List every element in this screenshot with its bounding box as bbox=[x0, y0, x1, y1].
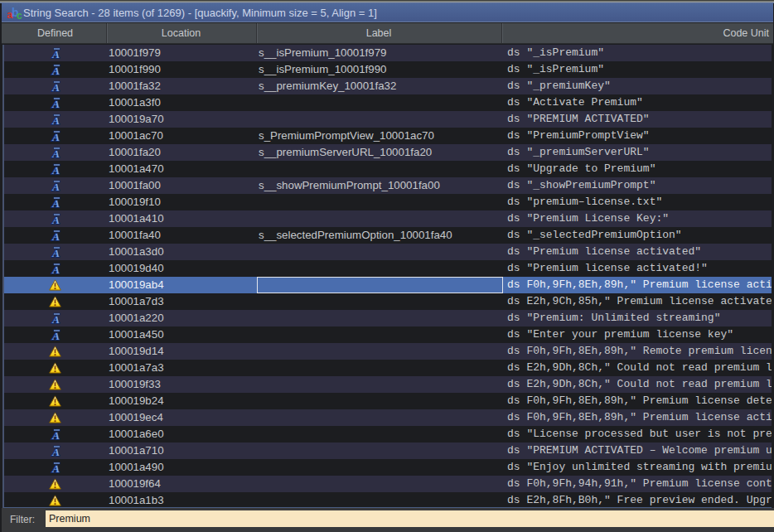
svg-text:A: A bbox=[51, 197, 59, 209]
svg-text:A: A bbox=[51, 81, 59, 93]
svg-text:A: A bbox=[51, 131, 59, 143]
svg-text:A: A bbox=[51, 48, 59, 60]
svg-text:A: A bbox=[51, 462, 59, 474]
svg-text:A: A bbox=[51, 330, 59, 341]
svg-text:A: A bbox=[51, 164, 59, 176]
svg-text:A: A bbox=[51, 247, 59, 259]
svg-text:A: A bbox=[51, 313, 59, 325]
svg-text:A: A bbox=[51, 65, 59, 76]
svg-text:A: A bbox=[51, 114, 59, 126]
svg-text:A: A bbox=[51, 230, 59, 242]
svg-text:A: A bbox=[51, 98, 59, 109]
svg-text:A: A bbox=[51, 214, 59, 225]
svg-text:A: A bbox=[51, 181, 59, 192]
svg-text:A: A bbox=[51, 264, 59, 275]
svg-text:A: A bbox=[51, 429, 59, 441]
svg-text:A: A bbox=[51, 446, 59, 457]
svg-text:A: A bbox=[51, 148, 59, 159]
svg-text:c: c bbox=[17, 10, 22, 21]
